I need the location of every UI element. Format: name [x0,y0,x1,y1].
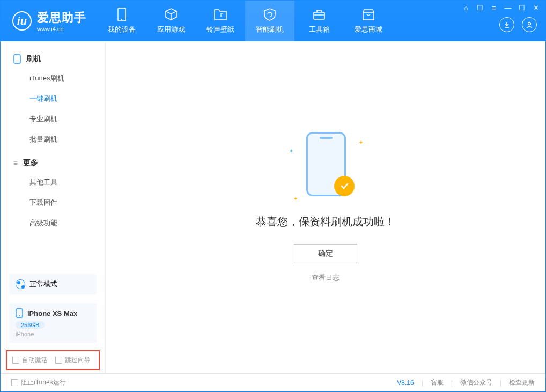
logo-text: 爱思助手 www.i4.cn [37,10,86,32]
sidebar-item-other-tools[interactable]: 其他工具 [1,172,105,193]
sidebar: 刷机 iTunes刷机 一键刷机 专业刷机 批量刷机 ≡ 更多 其他工具 下载固… [1,41,105,373]
checkbox-auto-activate[interactable]: 自动激活 [12,356,48,365]
main-content: ✦ ✦ ✦ 恭喜您，保资料刷机成功啦！ 确定 查看日志 [105,41,545,373]
logo-area: iu 爱思助手 www.i4.cn [1,1,97,41]
app-logo-icon: iu [12,11,32,31]
sidebar-item-itunes-flash[interactable]: iTunes刷机 [1,68,105,88]
nav-toolbox[interactable]: 工具箱 [294,1,344,41]
nav-smart-flash[interactable]: 智能刷机 [245,1,294,41]
music-folder-icon [213,8,227,21]
mode-box[interactable]: 正常模式 [9,274,97,294]
sidebar-item-download-firmware[interactable]: 下载固件 [1,193,105,213]
toolbox-icon [312,8,326,21]
titlebar: iu 爱思助手 www.i4.cn 我的设备 应用游戏 铃声壁纸 智能刷机 [1,1,545,41]
user-button[interactable] [522,17,537,32]
sidebar-item-batch-flash[interactable]: 批量刷机 [1,129,105,150]
svg-point-3 [528,23,531,25]
success-illustration: ✦ ✦ ✦ [293,132,358,202]
checkbox-block-itunes[interactable]: 阻止iTunes运行 [11,378,66,387]
status-link-wechat[interactable]: 微信公众号 [460,378,492,387]
mode-icon [16,279,25,289]
sidebar-item-pro-flash[interactable]: 专业刷机 [1,109,105,129]
view-log-link[interactable]: 查看日志 [312,273,340,283]
mode-label: 正常模式 [29,279,57,289]
device-icon [115,8,129,21]
check-badge-icon [334,176,355,196]
feedback-icon[interactable]: ☐ [476,4,484,12]
app-url: www.i4.cn [37,26,86,32]
sidebar-header-flash[interactable]: 刷机 [1,50,105,68]
success-message: 恭喜您，保资料刷机成功啦！ [256,215,395,229]
sidebar-group-flash: 刷机 iTunes刷机 一键刷机 专业刷机 批量刷机 [1,50,105,154]
checkbox-icon [12,357,19,364]
sidebar-item-oneclick-flash[interactable]: 一键刷机 [1,88,105,109]
nav-ringtones[interactable]: 铃声壁纸 [196,1,245,41]
sparkle-icon: ✦ [359,139,363,145]
svg-rect-2 [314,12,324,19]
device-capacity: 256GB [16,321,45,329]
checkbox-icon [11,379,18,386]
store-icon [361,8,375,21]
window-controls: ⌂ ☐ ≡ — ☐ ✕ [462,4,540,12]
sidebar-item-advanced[interactable]: 高级功能 [1,213,105,233]
close-button[interactable]: ✕ [532,4,540,12]
device-type: iPhone [16,331,90,337]
app-window: iu 爱思助手 www.i4.cn 我的设备 应用游戏 铃声壁纸 智能刷机 [0,0,546,392]
device-phone-icon [16,308,23,318]
nav-apps-games[interactable]: 应用游戏 [146,1,196,41]
version-label: V8.16 [397,379,414,387]
flash-options-highlight: 自动激活 跳过向导 [6,350,100,370]
cube-icon [164,8,178,21]
statusbar: 阻止iTunes运行 V8.16 | 客服 | 微信公众号 | 检查更新 [1,373,545,391]
sparkle-icon: ✦ [293,196,298,202]
checkbox-skip-guide[interactable]: 跳过向导 [55,356,91,365]
nav-my-device[interactable]: 我的设备 [97,1,146,41]
maximize-button[interactable]: ☐ [518,4,526,12]
statusbar-right: V8.16 | 客服 | 微信公众号 | 检查更新 [397,378,535,387]
shield-refresh-icon [263,8,277,21]
svg-point-6 [19,315,20,316]
sidebar-header-more[interactable]: ≡ 更多 [1,154,105,172]
top-nav: 我的设备 应用游戏 铃声壁纸 智能刷机 工具箱 爱思商城 [97,1,393,41]
minimize-button[interactable]: — [504,4,512,12]
header-actions [499,17,537,32]
device-name: iPhone XS Max [27,309,77,317]
ok-button[interactable]: 确定 [294,244,357,263]
titlebar-right: ⌂ ☐ ≡ — ☐ ✕ [462,1,545,41]
body: 刷机 iTunes刷机 一键刷机 专业刷机 批量刷机 ≡ 更多 其他工具 下载固… [1,41,545,373]
svg-rect-4 [14,55,20,63]
phone-icon [13,54,21,64]
sidebar-group-more: ≡ 更多 其他工具 下载固件 高级功能 [1,154,105,238]
sparkle-icon: ✦ [289,148,293,154]
download-button[interactable] [499,17,514,32]
checkbox-icon [55,357,62,364]
status-link-update[interactable]: 检查更新 [509,378,535,387]
device-box[interactable]: iPhone XS Max 256GB iPhone [9,303,97,343]
nav-store[interactable]: 爱思商城 [344,1,393,41]
list-icon: ≡ [13,159,18,167]
svg-point-1 [121,19,122,20]
app-name: 爱思助手 [37,10,86,26]
status-link-support[interactable]: 客服 [431,378,444,387]
menu-icon[interactable]: ≡ [490,4,498,12]
shirt-icon[interactable]: ⌂ [462,4,470,12]
